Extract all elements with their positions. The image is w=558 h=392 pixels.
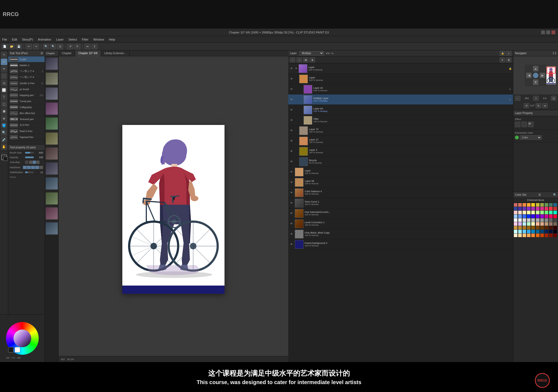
subtool-textured[interactable]: Textured pen (8, 116, 45, 122)
effect-settings[interactable]: ⚙ (528, 122, 533, 127)
color-swatch-5[interactable] (536, 203, 539, 207)
color-swatch-63[interactable] (527, 226, 530, 229)
color-swatch-84[interactable] (531, 234, 535, 237)
layer-alpha-btn[interactable]: α (506, 51, 511, 56)
layer-item-filler[interactable]: 👁 Filler 100 % Normal (288, 115, 513, 125)
thumb-item-4[interactable] (45, 101, 58, 116)
color-swatch-44[interactable] (531, 218, 535, 222)
color-swatch-50[interactable] (514, 222, 517, 226)
toolbar-new[interactable]: 📄 (2, 44, 8, 49)
subtool-pen3[interactable]: ペン型ふで-4 1 (8, 68, 45, 74)
color-swatch-77[interactable] (545, 230, 548, 233)
tab-current[interactable]: Chapter 10° 6/6 (75, 50, 101, 56)
tool-pen[interactable]: ✏ (1, 59, 7, 65)
color-swatch-87[interactable] (545, 234, 548, 237)
hardness-3[interactable] (31, 166, 35, 169)
layer-lock-icon[interactable]: 🔒 (508, 67, 512, 71)
color-swatch-55[interactable] (536, 222, 539, 226)
toolbar-zoom-in[interactable]: 🔍 (43, 44, 49, 49)
layer-eye-bicycle[interactable]: 👁 (289, 160, 294, 164)
layer-eye-top-normal[interactable]: 👁 (289, 170, 294, 174)
color-swatch-0[interactable] (514, 203, 517, 207)
menu-story[interactable]: Story(P) (22, 38, 33, 41)
thumb-item-10[interactable] (45, 191, 58, 206)
new-raster-layer[interactable]: □ (290, 57, 295, 62)
color-swatch-6[interactable] (540, 203, 544, 207)
tool-select-rect[interactable]: ⬜ (1, 87, 7, 93)
color-swatch-67[interactable] (545, 226, 548, 229)
thumb-item-7[interactable] (45, 146, 58, 161)
layer-eye-0[interactable]: 👁 (289, 77, 294, 81)
delete-layer[interactable]: 🗑 (506, 57, 511, 62)
antialias-toggle[interactable] (25, 161, 28, 164)
layer-eye-lc1[interactable]: 👁 (289, 222, 294, 226)
thumb-item-8[interactable] (45, 161, 58, 176)
nav-rotate-right[interactable]: ↻ (536, 103, 541, 108)
nav-center[interactable] (533, 73, 538, 78)
color-swatch-76[interactable] (540, 230, 544, 233)
color-wheel-inner[interactable] (14, 330, 31, 347)
menu-select[interactable]: Select (69, 38, 77, 41)
effect-shadow[interactable] (521, 122, 527, 127)
new-correction-layer[interactable]: ◑ (310, 57, 315, 62)
color-swatch-39[interactable] (553, 215, 557, 218)
color-swatch-82[interactable] (523, 234, 526, 237)
color-swatch-32[interactable] (523, 215, 526, 218)
tool-bucket[interactable]: 🪣 (1, 122, 7, 129)
layer-eye-top[interactable]: 👁 (289, 66, 294, 71)
layer-item-fb3[interactable]: 👁 Frame background 3 100 % Normal (288, 239, 513, 250)
aa-weak[interactable] (33, 161, 36, 164)
color-swatch-19[interactable] (553, 207, 557, 210)
expression-color-select[interactable]: Color (520, 135, 542, 140)
toolbar-zoom-out[interactable]: 🔍 (50, 44, 56, 49)
thumb-item-3[interactable] (45, 86, 58, 101)
color-swatch-43[interactable] (527, 218, 530, 222)
layer-eye-3[interactable]: 👁 (289, 149, 294, 154)
tool-cursor[interactable]: ↖ (1, 51, 7, 58)
subtool-pen4[interactable]: ペン型ふで-4 (8, 74, 45, 80)
layer-item-69[interactable]: 👁 Layer 69 100 % Multiply (288, 105, 513, 115)
color-swatch-60[interactable] (514, 226, 517, 229)
layer-item-bicycle[interactable]: 👁 Bicycle 53 % Normal (288, 157, 513, 167)
color-swatch-14[interactable] (531, 207, 535, 210)
layer-item-0[interactable]: 👁 Layer 100 % Normal (288, 74, 513, 84)
subtool-marker[interactable]: Marker 2 (8, 62, 45, 68)
aa-strong[interactable] (36, 161, 40, 164)
tab-chapter[interactable]: Chapter (59, 50, 75, 56)
color-swatch-4[interactable] (531, 203, 535, 207)
layer-item-multiply[interactable]: 👁 Multiply Layer 100 % Multiply ✕ (288, 94, 513, 105)
opacity-slider[interactable] (25, 157, 34, 158)
menu-animation[interactable]: Animation (38, 38, 51, 41)
tool-fill[interactable]: ⬛ (1, 73, 7, 79)
layer-eye-27[interactable]: 👁 (289, 139, 294, 143)
layer-x-multiply[interactable]: ✕ (508, 98, 512, 102)
color-swatch-86[interactable] (540, 234, 544, 237)
color-swatch-28[interactable] (549, 211, 553, 214)
tool-select-circle[interactable]: ◎ (1, 80, 7, 86)
nav-zoom-in-btn[interactable]: + (533, 96, 539, 101)
aa-off[interactable] (29, 161, 32, 164)
color-swatch-22[interactable] (523, 211, 526, 214)
color-swatch-12[interactable] (523, 207, 526, 210)
color-swatch-35[interactable] (536, 215, 539, 218)
tool-marker[interactable]: ✒ (1, 66, 7, 72)
background-color[interactable] (3, 157, 8, 161)
color-swatch-23[interactable] (527, 211, 530, 214)
layer-eye-ob3[interactable]: 👁 (289, 232, 294, 236)
blend-mode-select[interactable]: Multiply Normal Screen (299, 51, 324, 56)
new-vector-layer[interactable]: ◇ (296, 57, 302, 62)
nav-up[interactable]: ▲ (533, 66, 538, 71)
color-swatch-59[interactable] (553, 222, 557, 226)
subtool-tapered[interactable]: Tapered Pen (8, 134, 45, 140)
menu-layer[interactable]: Layer (56, 38, 64, 41)
color-swatch-78[interactable] (549, 230, 553, 233)
layer-eye-tc1[interactable]: 👁 (289, 201, 294, 205)
toolbar-fit[interactable]: ⊡ (57, 44, 63, 49)
toolbar-rotate-left[interactable]: ↺ (67, 44, 73, 49)
layer-eye-hsl[interactable]: 👁 (289, 211, 294, 216)
toolbar-flip-v[interactable]: ⇕ (92, 44, 98, 49)
layer-x-43[interactable]: ✕ (508, 87, 512, 91)
subtool-real[interactable]: Real G-Pen (8, 128, 45, 134)
merge-layers[interactable]: ⬇ (500, 57, 505, 62)
color-swatch-10[interactable] (514, 207, 517, 210)
